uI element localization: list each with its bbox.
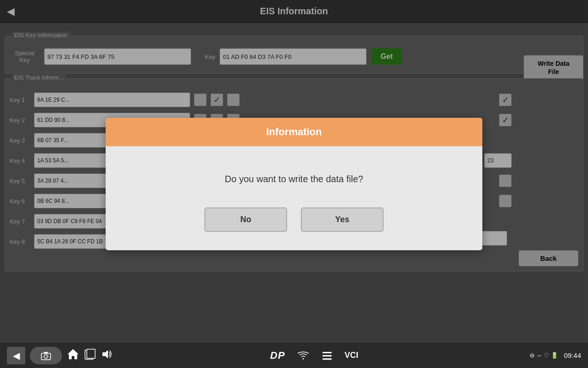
svg-rect-5 — [87, 349, 95, 358]
vci-icon: VCI — [345, 349, 372, 361]
taskbar-time: 09:44 — [564, 351, 581, 359]
svg-rect-2 — [44, 352, 48, 354]
taskbar-menu-icon[interactable] — [321, 350, 333, 362]
taskbar-home-button[interactable] — [67, 348, 79, 363]
home-icon — [67, 348, 79, 360]
taskbar-dp-brand[interactable]: DP — [270, 350, 285, 362]
svg-rect-7 — [322, 352, 332, 353]
volume-icon — [101, 348, 113, 360]
taskbar-back-button[interactable]: ◀ — [7, 347, 25, 364]
taskbar-signal-icons: ⊖ ↔ ♡ 🔋 — [530, 352, 559, 359]
camera-icon — [40, 351, 51, 360]
taskbar-right: ⊖ ↔ ♡ 🔋 09:44 — [530, 351, 581, 359]
taskbar-vci-brand[interactable]: VCI — [345, 349, 372, 362]
modal-overlay: Information Do you want to write the dat… — [0, 0, 588, 368]
svg-rect-8 — [322, 355, 332, 356]
modal-message: Do you want to write the data file? — [124, 174, 464, 184]
svg-text:VCI: VCI — [345, 351, 358, 360]
modal-title: Information — [266, 126, 322, 138]
svg-rect-0 — [41, 353, 51, 360]
taskbar-wifi-icon[interactable] — [297, 351, 310, 361]
modal-buttons: No Yes — [124, 207, 464, 232]
taskbar-camera-button[interactable] — [30, 347, 62, 364]
taskbar: ◀ DP — [0, 343, 588, 368]
information-modal: Information Do you want to write the dat… — [106, 118, 482, 250]
modal-no-button[interactable]: No — [204, 207, 287, 232]
modal-body: Do you want to write the data file? No Y… — [106, 146, 482, 250]
svg-marker-6 — [102, 350, 108, 358]
modal-header: Information — [106, 118, 482, 146]
svg-point-1 — [44, 355, 48, 358]
taskbar-volume-button[interactable] — [101, 348, 113, 363]
modal-yes-button[interactable]: Yes — [301, 207, 384, 232]
svg-marker-3 — [68, 349, 79, 359]
pages-icon — [84, 348, 96, 360]
svg-rect-9 — [322, 358, 332, 360]
taskbar-pages-button[interactable] — [84, 348, 96, 363]
taskbar-left: ◀ — [7, 347, 113, 364]
taskbar-center: DP VCI — [270, 349, 372, 362]
